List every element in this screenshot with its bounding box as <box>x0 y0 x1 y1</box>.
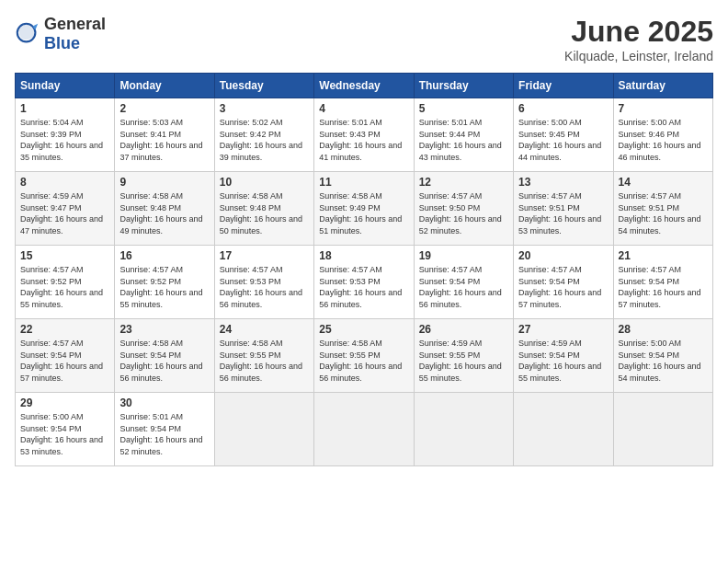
day-info: Sunrise: 5:01 AMSunset: 9:43 PMDaylight:… <box>319 117 408 163</box>
calendar-cell: 6 Sunrise: 5:00 AMSunset: 9:45 PMDayligh… <box>514 98 613 172</box>
day-info: Sunrise: 4:58 AMSunset: 9:55 PMDaylight:… <box>220 338 309 384</box>
day-info: Sunrise: 5:00 AMSunset: 9:54 PMDaylight:… <box>619 338 708 384</box>
calendar-cell: 23 Sunrise: 4:58 AMSunset: 9:54 PMDaylig… <box>115 319 214 393</box>
calendar-week-row: 29 Sunrise: 5:00 AMSunset: 9:54 PMDaylig… <box>16 393 713 466</box>
day-number: 1 <box>20 102 109 115</box>
page-header: General Blue June 2025 Kilquade, Leinste… <box>15 15 713 63</box>
day-info: Sunrise: 4:57 AMSunset: 9:54 PMDaylight:… <box>20 338 109 384</box>
day-number: 21 <box>619 249 708 262</box>
day-number: 16 <box>119 249 209 262</box>
calendar-cell: 10 Sunrise: 4:58 AMSunset: 9:48 PMDaylig… <box>214 172 313 246</box>
day-number: 5 <box>419 102 508 115</box>
calendar-week-row: 22 Sunrise: 4:57 AMSunset: 9:54 PMDaylig… <box>16 319 713 393</box>
day-info: Sunrise: 4:57 AMSunset: 9:50 PMDaylight:… <box>419 190 508 236</box>
day-number: 3 <box>220 102 309 115</box>
calendar-cell: 1 Sunrise: 5:04 AMSunset: 9:39 PMDayligh… <box>16 98 115 172</box>
day-info: Sunrise: 4:57 AMSunset: 9:52 PMDaylight:… <box>119 264 209 310</box>
day-number: 26 <box>419 323 508 336</box>
calendar-week-row: 15 Sunrise: 4:57 AMSunset: 9:52 PMDaylig… <box>16 246 713 319</box>
calendar-cell: 22 Sunrise: 4:57 AMSunset: 9:54 PMDaylig… <box>16 319 115 393</box>
calendar-cell: 11 Sunrise: 4:58 AMSunset: 9:49 PMDaylig… <box>314 172 414 246</box>
calendar-cell: 16 Sunrise: 4:57 AMSunset: 9:52 PMDaylig… <box>115 246 214 319</box>
calendar-cell <box>214 393 313 466</box>
day-info: Sunrise: 5:02 AMSunset: 9:42 PMDaylight:… <box>220 117 309 163</box>
day-number: 2 <box>119 102 209 115</box>
calendar-cell: 8 Sunrise: 4:59 AMSunset: 9:47 PMDayligh… <box>16 172 115 246</box>
day-number: 24 <box>220 323 309 336</box>
day-number: 9 <box>119 176 209 189</box>
calendar-cell: 27 Sunrise: 4:59 AMSunset: 9:54 PMDaylig… <box>514 319 613 393</box>
day-info: Sunrise: 5:00 AMSunset: 9:45 PMDaylight:… <box>518 117 608 163</box>
day-info: Sunrise: 4:58 AMSunset: 9:54 PMDaylight:… <box>119 338 209 384</box>
day-info: Sunrise: 4:57 AMSunset: 9:51 PMDaylight:… <box>518 190 608 236</box>
day-info: Sunrise: 5:04 AMSunset: 9:39 PMDaylight:… <box>20 117 109 163</box>
day-number: 29 <box>20 396 109 409</box>
header-wednesday: Wednesday <box>314 74 414 98</box>
header-monday: Monday <box>115 74 214 98</box>
logo-blue: Blue <box>44 34 80 52</box>
day-number: 6 <box>518 102 608 115</box>
calendar-cell: 29 Sunrise: 5:00 AMSunset: 9:54 PMDaylig… <box>16 393 115 466</box>
logo-icon <box>15 21 40 47</box>
day-info: Sunrise: 4:57 AMSunset: 9:54 PMDaylight:… <box>619 264 708 310</box>
calendar-header-row: SundayMondayTuesdayWednesdayThursdayFrid… <box>16 74 713 98</box>
calendar-cell: 15 Sunrise: 4:57 AMSunset: 9:52 PMDaylig… <box>16 246 115 319</box>
day-number: 27 <box>518 323 608 336</box>
title-section: June 2025 Kilquade, Leinster, Ireland <box>564 15 713 63</box>
header-friday: Friday <box>514 74 613 98</box>
day-number: 7 <box>619 102 708 115</box>
day-number: 25 <box>319 323 408 336</box>
calendar-cell: 17 Sunrise: 4:57 AMSunset: 9:53 PMDaylig… <box>214 246 313 319</box>
day-info: Sunrise: 4:57 AMSunset: 9:54 PMDaylight:… <box>518 264 608 310</box>
day-info: Sunrise: 4:58 AMSunset: 9:49 PMDaylight:… <box>319 190 408 236</box>
day-info: Sunrise: 4:57 AMSunset: 9:53 PMDaylight:… <box>319 264 408 310</box>
day-number: 23 <box>119 323 209 336</box>
day-info: Sunrise: 4:59 AMSunset: 9:54 PMDaylight:… <box>518 338 608 384</box>
calendar-cell <box>514 393 613 466</box>
day-info: Sunrise: 5:00 AMSunset: 9:54 PMDaylight:… <box>20 411 109 457</box>
day-info: Sunrise: 4:59 AMSunset: 9:47 PMDaylight:… <box>20 190 109 236</box>
day-info: Sunrise: 4:59 AMSunset: 9:55 PMDaylight:… <box>419 338 508 384</box>
month-title: June 2025 <box>564 15 713 49</box>
location-subtitle: Kilquade, Leinster, Ireland <box>564 49 713 63</box>
calendar-cell: 14 Sunrise: 4:57 AMSunset: 9:51 PMDaylig… <box>613 172 712 246</box>
day-number: 30 <box>119 396 209 409</box>
calendar-cell: 19 Sunrise: 4:57 AMSunset: 9:54 PMDaylig… <box>414 246 513 319</box>
header-tuesday: Tuesday <box>214 74 313 98</box>
day-number: 13 <box>518 176 608 189</box>
day-number: 20 <box>518 249 608 262</box>
calendar-week-row: 1 Sunrise: 5:04 AMSunset: 9:39 PMDayligh… <box>16 98 713 172</box>
calendar-cell: 24 Sunrise: 4:58 AMSunset: 9:55 PMDaylig… <box>214 319 313 393</box>
calendar-cell: 20 Sunrise: 4:57 AMSunset: 9:54 PMDaylig… <box>514 246 613 319</box>
day-number: 22 <box>20 323 109 336</box>
day-number: 11 <box>319 176 408 189</box>
day-info: Sunrise: 4:57 AMSunset: 9:51 PMDaylight:… <box>619 190 708 236</box>
calendar-cell: 5 Sunrise: 5:01 AMSunset: 9:44 PMDayligh… <box>414 98 513 172</box>
logo: General Blue <box>15 15 106 53</box>
calendar-cell <box>414 393 513 466</box>
logo-text: General Blue <box>44 15 106 53</box>
calendar-cell: 25 Sunrise: 4:58 AMSunset: 9:55 PMDaylig… <box>314 319 414 393</box>
day-number: 17 <box>220 249 309 262</box>
calendar-cell <box>314 393 414 466</box>
day-info: Sunrise: 5:01 AMSunset: 9:44 PMDaylight:… <box>419 117 508 163</box>
calendar-cell: 26 Sunrise: 4:59 AMSunset: 9:55 PMDaylig… <box>414 319 513 393</box>
calendar-cell: 4 Sunrise: 5:01 AMSunset: 9:43 PMDayligh… <box>314 98 414 172</box>
day-number: 28 <box>619 323 708 336</box>
day-info: Sunrise: 4:58 AMSunset: 9:48 PMDaylight:… <box>119 190 209 236</box>
day-info: Sunrise: 4:58 AMSunset: 9:55 PMDaylight:… <box>319 338 408 384</box>
day-info: Sunrise: 5:03 AMSunset: 9:41 PMDaylight:… <box>119 117 209 163</box>
header-saturday: Saturday <box>613 74 712 98</box>
calendar-cell: 3 Sunrise: 5:02 AMSunset: 9:42 PMDayligh… <box>214 98 313 172</box>
day-number: 14 <box>619 176 708 189</box>
calendar-cell: 7 Sunrise: 5:00 AMSunset: 9:46 PMDayligh… <box>613 98 712 172</box>
day-info: Sunrise: 5:01 AMSunset: 9:54 PMDaylight:… <box>119 411 209 457</box>
calendar-cell: 28 Sunrise: 5:00 AMSunset: 9:54 PMDaylig… <box>613 319 712 393</box>
day-info: Sunrise: 4:57 AMSunset: 9:54 PMDaylight:… <box>419 264 508 310</box>
calendar-cell: 30 Sunrise: 5:01 AMSunset: 9:54 PMDaylig… <box>115 393 214 466</box>
calendar-cell: 12 Sunrise: 4:57 AMSunset: 9:50 PMDaylig… <box>414 172 513 246</box>
calendar-cell: 21 Sunrise: 4:57 AMSunset: 9:54 PMDaylig… <box>613 246 712 319</box>
day-info: Sunrise: 4:57 AMSunset: 9:52 PMDaylight:… <box>20 264 109 310</box>
day-number: 12 <box>419 176 508 189</box>
header-sunday: Sunday <box>16 74 115 98</box>
